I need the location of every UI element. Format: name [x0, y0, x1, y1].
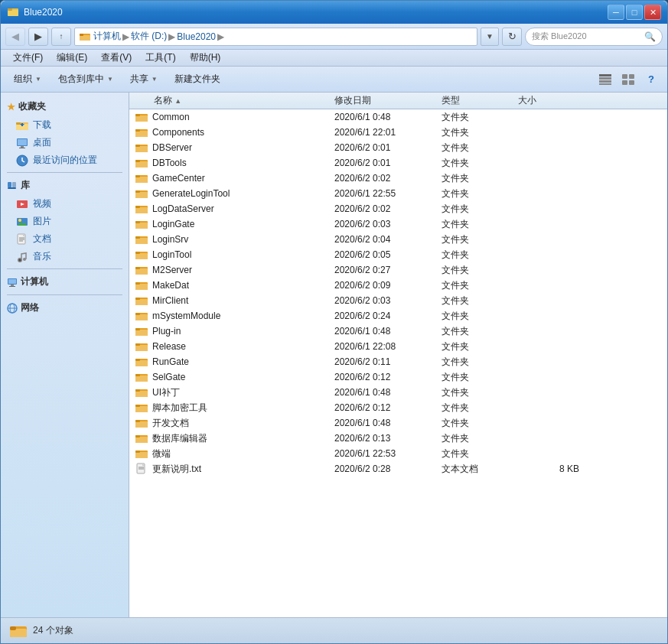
sidebar-item-download[interactable]: 下载	[4, 116, 125, 134]
table-row[interactable]: 微端 2020/6/1 22:53 文件夹	[129, 446, 667, 461]
organize-button[interactable]: 组织 ▼	[7, 70, 48, 89]
sidebar-computer-header: 计算机	[1, 272, 129, 291]
file-name-cell: MakeDat	[135, 279, 334, 291]
menu-view[interactable]: 查看(V)	[95, 50, 138, 66]
sidebar-network-header: 网络	[1, 298, 129, 317]
file-type-cell: 文件夹	[442, 432, 518, 445]
forward-button[interactable]: ▶	[28, 28, 48, 46]
svg-rect-25	[12, 182, 16, 187]
svg-rect-5	[80, 34, 83, 36]
maximize-button[interactable]: □	[626, 5, 643, 20]
table-row[interactable]: Release 2020/6/1 22:08 文件夹	[129, 339, 667, 354]
table-row[interactable]: 脚本加密工具 2020/6/2 0:12 文件夹	[129, 400, 667, 415]
table-row[interactable]: UI补丁 2020/6/1 0:48 文件夹	[129, 385, 667, 400]
table-row[interactable]: SelGate 2020/6/2 0:12 文件夹	[129, 369, 667, 385]
file-icon-wrap	[135, 294, 148, 307]
table-row[interactable]: MakeDat 2020/6/2 0:09 文件夹	[129, 278, 667, 293]
breadcrumb-current[interactable]: Blue2020	[177, 31, 216, 42]
svg-rect-58	[135, 160, 140, 162]
file-date-cell: 2020/6/2 0:01	[334, 158, 442, 168]
sidebar-item-video[interactable]: 视频	[4, 195, 125, 213]
address-dropdown-button[interactable]: ▼	[481, 28, 499, 46]
table-row[interactable]: LogDataServer 2020/6/2 0:02 文件夹	[129, 201, 667, 216]
file-name-label: UI补丁	[152, 386, 180, 399]
svg-rect-13	[629, 80, 634, 85]
file-icon-wrap	[135, 264, 148, 276]
col-header-name[interactable]: 名称 ▲	[135, 94, 334, 107]
table-row[interactable]: LoginSrv 2020/6/2 0:04 文件夹	[129, 232, 667, 247]
sidebar-item-pictures[interactable]: 图片	[4, 213, 125, 230]
table-row[interactable]: GenerateLoginTool 2020/6/1 22:55 文件夹	[129, 186, 667, 201]
new-folder-button[interactable]: 新建文件夹	[168, 70, 227, 89]
large-view-icon	[622, 74, 634, 85]
table-row[interactable]: mSystemModule 2020/6/2 0:24 文件夹	[129, 308, 667, 324]
svg-point-30	[18, 219, 21, 222]
folder-icon	[135, 294, 148, 307]
pictures-icon	[16, 216, 28, 228]
menu-help[interactable]: 帮助(H)	[184, 50, 227, 66]
table-row[interactable]: 更新说明.txt 2020/6/2 0:28 文本文档 8 KB	[129, 461, 667, 476]
col-header-type[interactable]: 类型	[442, 94, 518, 107]
folder-icon	[135, 249, 148, 261]
table-row[interactable]: DBServer 2020/6/2 0:01 文件夹	[129, 140, 667, 155]
file-name-label: LoginTool	[152, 249, 191, 260]
view-large-button[interactable]	[618, 70, 638, 89]
menu-bar: 文件(F) 编辑(E) 查看(V) 工具(T) 帮助(H)	[1, 50, 667, 67]
table-row[interactable]: LoginTool 2020/6/2 0:05 文件夹	[129, 247, 667, 262]
folder-icon	[135, 279, 148, 291]
file-name-cell: mSystemModule	[135, 310, 334, 322]
menu-edit[interactable]: 编辑(E)	[51, 50, 93, 66]
table-row[interactable]: LoginGate 2020/6/2 0:03 文件夹	[129, 216, 667, 232]
file-date-cell: 2020/6/2 0:12	[334, 372, 442, 382]
file-date-cell: 2020/6/2 0:13	[334, 433, 442, 444]
file-icon-wrap	[135, 249, 148, 261]
back-button[interactable]: ◀	[5, 28, 25, 46]
table-row[interactable]: 开发文档 2020/6/1 0:48 文件夹	[129, 415, 667, 431]
file-name-label: RunGate	[152, 356, 189, 367]
minimize-button[interactable]: ─	[608, 5, 624, 20]
table-row[interactable]: MirClient 2020/6/2 0:03 文件夹	[129, 293, 667, 308]
table-row[interactable]: 数据库编辑器 2020/6/2 0:13 文件夹	[129, 431, 667, 446]
list-view-icon	[599, 74, 611, 85]
file-icon-wrap	[135, 111, 148, 123]
sidebar-item-music[interactable]: 音乐	[4, 248, 125, 265]
table-row[interactable]: Common 2020/6/1 0:48 文件夹	[129, 109, 667, 125]
address-field[interactable]: 计算机 ▶ 软件 (D:) ▶ Blue2020 ▶	[74, 28, 477, 46]
svg-rect-66	[135, 207, 148, 213]
table-row[interactable]: DBTools 2020/6/2 0:01 文件夹	[129, 155, 667, 171]
table-row[interactable]: Components 2020/6/1 22:01 文件夹	[129, 125, 667, 140]
include-button[interactable]: 包含到库中 ▼	[51, 70, 120, 89]
share-button[interactable]: 共享 ▼	[123, 70, 165, 89]
file-name-cell: Plug-in	[135, 325, 334, 337]
search-field[interactable]: 搜索 Blue2020 🔍	[525, 28, 663, 46]
svg-rect-11	[629, 74, 634, 79]
file-name-label: GenerateLoginTool	[152, 188, 230, 199]
folder-icon	[135, 126, 148, 138]
col-header-size[interactable]: 大小	[518, 94, 579, 107]
view-list-button[interactable]	[595, 70, 615, 89]
file-type-cell: 文件夹	[442, 294, 518, 307]
title-bar: Blue2020 ─ □ ✕	[1, 1, 667, 24]
svg-rect-103	[135, 389, 140, 392]
sidebar-item-recent[interactable]: 最近访问的位置	[4, 151, 125, 169]
col-header-date[interactable]: 修改日期	[334, 94, 442, 107]
close-button[interactable]: ✕	[644, 5, 661, 20]
breadcrumb-drive[interactable]: 软件 (D:)	[131, 30, 167, 43]
table-row[interactable]: Plug-in 2020/6/1 0:48 文件夹	[129, 324, 667, 339]
table-row[interactable]: GameCenter 2020/6/2 0:02 文件夹	[129, 171, 667, 186]
breadcrumb-computer[interactable]: 计算机	[93, 30, 121, 43]
svg-rect-43	[9, 286, 15, 287]
refresh-button[interactable]: ↻	[502, 28, 522, 46]
table-row[interactable]: M2Server 2020/6/2 0:27 文件夹	[129, 262, 667, 278]
menu-tools[interactable]: 工具(T)	[139, 50, 181, 66]
svg-rect-81	[135, 284, 148, 290]
file-icon-wrap	[135, 356, 148, 368]
folder-icon	[135, 141, 148, 154]
sidebar-item-documents[interactable]: 文档	[4, 230, 125, 248]
help-button[interactable]: ?	[641, 70, 661, 89]
up-button[interactable]: ↑	[51, 28, 71, 46]
menu-file[interactable]: 文件(F)	[7, 50, 49, 66]
table-row[interactable]: RunGate 2020/6/2 0:11 文件夹	[129, 354, 667, 369]
svg-point-39	[23, 258, 26, 261]
sidebar-item-desktop[interactable]: 桌面	[4, 134, 125, 151]
